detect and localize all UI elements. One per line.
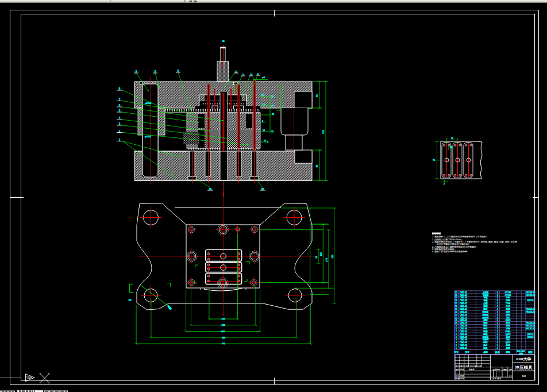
svg-text:阶段标记: 阶段标记 [493, 368, 500, 371]
svg-text:HRC28-32: HRC28-32 [526, 294, 535, 297]
svg-text:8: 8 [257, 73, 259, 75]
svg-text:45钢: 45钢 [506, 321, 510, 324]
svg-text:CMD-14: CMD-14 [460, 311, 467, 313]
svg-text:200: 200 [221, 330, 225, 333]
svg-text:比例: 比例 [509, 368, 512, 371]
svg-text:重量: 重量 [503, 368, 507, 371]
svg-text:5: 5 [456, 336, 457, 339]
svg-text:批准: 批准 [460, 375, 464, 377]
svg-text:CMD-09: CMD-09 [460, 325, 467, 327]
svg-text:HT200: HT200 [505, 291, 511, 294]
svg-text:CMD-04: CMD-04 [460, 339, 467, 341]
svg-text:18: 18 [455, 299, 457, 302]
svg-text:7: 7 [456, 330, 457, 333]
svg-text:19: 19 [455, 297, 457, 299]
svg-text:1: 1 [497, 294, 498, 297]
svg-text:导料销: 导料销 [483, 338, 489, 341]
svg-text:A0: A0 [522, 374, 526, 378]
svg-text:50: 50 [315, 94, 318, 97]
svg-text:卸料板: 卸料板 [482, 314, 489, 316]
svg-text:备注: 备注 [527, 351, 533, 353]
svg-text:垫片: 垫片 [483, 344, 488, 347]
svg-text:10: 10 [455, 322, 457, 324]
svg-text:固定板: 固定板 [483, 310, 489, 313]
svg-text:HRC43-48: HRC43-48 [526, 311, 535, 313]
svg-text:20钢: 20钢 [506, 296, 510, 299]
svg-text:1: 1 [497, 311, 498, 313]
svg-text:15: 15 [455, 308, 457, 310]
svg-text:φ35k6: φ35k6 [145, 136, 151, 138]
svg-text:1: 1 [497, 336, 498, 339]
svg-text:凸模: 凸模 [484, 302, 488, 305]
svg-text:4: 4 [497, 325, 498, 327]
svg-text:重量: 重量 [519, 352, 523, 355]
svg-text:4: 4 [497, 299, 498, 302]
svg-text:65Mn: 65Mn [506, 330, 511, 333]
svg-text:4: 4 [497, 333, 498, 336]
svg-text:13: 13 [455, 314, 457, 316]
svg-text:12: 12 [235, 71, 237, 73]
svg-text:100: 100 [222, 318, 225, 320]
svg-text:45钢: 45钢 [506, 310, 510, 313]
svg-text:1: 1 [497, 297, 498, 299]
svg-text:4: 4 [497, 317, 498, 319]
svg-text:10: 10 [264, 140, 266, 142]
svg-text:HRC28-32: HRC28-32 [526, 291, 535, 294]
svg-text:CMD-16: CMD-16 [460, 305, 467, 308]
svg-text:CMD-02: CMD-02 [460, 344, 467, 347]
svg-text:HRC58: HRC58 [527, 299, 534, 302]
svg-text:1: 1 [497, 330, 498, 333]
svg-text:1: 1 [497, 302, 498, 305]
svg-text:销钉: 销钉 [483, 327, 488, 330]
svg-text:CMD-05: CMD-05 [460, 336, 467, 339]
svg-text:32: 32 [451, 137, 453, 140]
svg-text:Q235: Q235 [506, 333, 511, 336]
svg-text:45钢: 45钢 [506, 336, 510, 339]
svg-text:标准化: 标准化 [468, 368, 475, 371]
svg-text:标记处数分区更改文件号签名日期: 标记处数分区更改文件号签名日期 [455, 365, 481, 367]
svg-text:T8A: T8A [506, 317, 510, 319]
svg-text:批准: 批准 [455, 378, 460, 380]
svg-text:302: 302 [222, 343, 225, 345]
svg-text:20: 20 [455, 294, 457, 297]
svg-text:18: 18 [263, 129, 265, 132]
svg-text:工艺: 工艺 [455, 375, 460, 377]
svg-text:设计: 设计 [455, 368, 460, 371]
svg-text:CMD-21: CMD-21 [460, 291, 467, 294]
svg-text:签名: 签名 [460, 368, 464, 371]
svg-text:12: 12 [261, 94, 264, 97]
svg-text:总计: 总计 [521, 350, 526, 352]
svg-text:1: 1 [497, 305, 498, 308]
svg-text:T10A: T10A [506, 302, 511, 305]
svg-text:HRC52: HRC52 [527, 336, 534, 339]
svg-text:250: 250 [222, 337, 225, 339]
svg-text:35钢: 35钢 [506, 327, 510, 330]
svg-text:螺钉: 螺钉 [483, 324, 488, 327]
svg-text:CMD-15: CMD-15 [460, 308, 467, 310]
svg-text:4: 4 [456, 339, 457, 341]
svg-text:Q235: Q235 [506, 319, 511, 321]
svg-text:HRC52: HRC52 [527, 333, 534, 336]
svg-text:CMD-20: CMD-20 [460, 294, 467, 297]
svg-text:上模座: 上模座 [482, 291, 489, 294]
svg-text:托料板: 托料板 [482, 336, 489, 339]
svg-text:16: 16 [263, 103, 265, 106]
svg-text:1: 1 [497, 328, 498, 330]
svg-text:16: 16 [455, 305, 457, 308]
svg-text:21: 21 [209, 187, 212, 190]
svg-text:CMD-03: CMD-03 [460, 341, 467, 344]
svg-text:下模座: 下模座 [482, 294, 489, 297]
svg-text:8: 8 [456, 328, 457, 330]
svg-text:1: 1 [497, 319, 498, 321]
svg-text:1: 1 [497, 339, 498, 341]
svg-text:4: 4 [497, 291, 498, 294]
svg-text:HRC43-48: HRC43-48 [526, 308, 535, 310]
svg-text:6: 6 [456, 333, 457, 336]
svg-text:T8A: T8A [506, 339, 510, 341]
svg-text:CMD-07: CMD-07 [460, 330, 467, 333]
svg-text:9: 9 [242, 74, 244, 76]
svg-text:20: 20 [272, 113, 274, 116]
svg-text:45钢: 45钢 [506, 324, 510, 327]
svg-text:92: 92 [315, 255, 318, 258]
svg-text:10: 10 [271, 95, 274, 98]
